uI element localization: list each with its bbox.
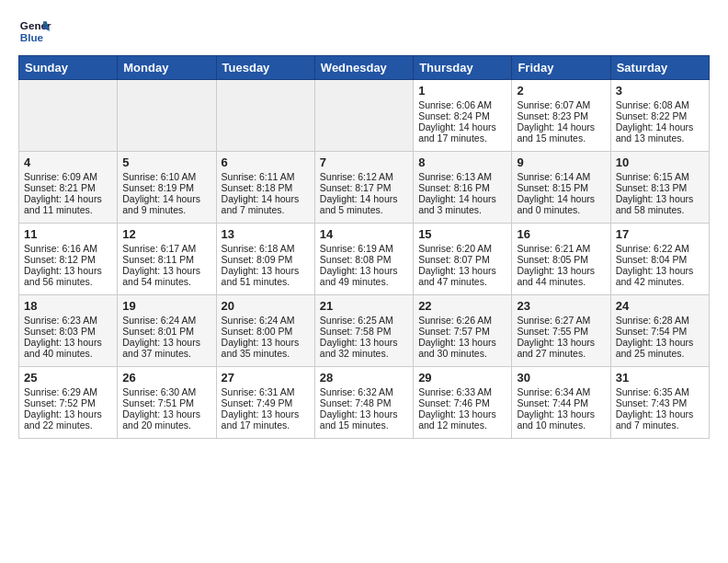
day-info: Daylight: 13 hours	[616, 337, 704, 348]
weekday-header-friday: Friday	[512, 56, 610, 80]
day-number: 29	[418, 371, 506, 385]
day-info: and 27 minutes.	[517, 348, 605, 359]
day-info: Sunset: 7:58 PM	[320, 326, 408, 337]
logo: General Blue	[18, 15, 51, 48]
day-number: 30	[517, 371, 605, 385]
day-info: and 12 minutes.	[418, 419, 506, 431]
day-info: Sunrise: 6:32 AM	[320, 386, 408, 397]
day-info: and 7 minutes.	[616, 419, 704, 431]
calendar-cell: 12Sunrise: 6:17 AMSunset: 8:11 PMDayligh…	[118, 224, 216, 295]
day-info: Sunset: 8:16 PM	[418, 182, 506, 193]
calendar-cell: 13Sunrise: 6:18 AMSunset: 8:09 PMDayligh…	[216, 224, 314, 295]
day-info: Daylight: 13 hours	[418, 265, 506, 276]
day-info: Sunrise: 6:22 AM	[616, 243, 704, 254]
day-info: Sunrise: 6:34 AM	[517, 386, 605, 397]
day-info: Sunrise: 6:11 AM	[222, 171, 310, 182]
day-info: Sunrise: 6:27 AM	[517, 315, 605, 326]
day-number: 21	[320, 299, 408, 313]
day-number: 23	[517, 299, 605, 313]
day-info: Daylight: 13 hours	[122, 337, 210, 348]
day-info: Daylight: 13 hours	[222, 265, 310, 276]
calendar-cell: 6Sunrise: 6:11 AMSunset: 8:18 PMDaylight…	[216, 152, 314, 224]
day-info: Daylight: 13 hours	[517, 265, 605, 276]
day-number: 5	[122, 155, 210, 169]
calendar-cell	[216, 80, 314, 152]
day-info: and 11 minutes.	[24, 204, 112, 215]
day-info: and 15 minutes.	[517, 132, 605, 144]
day-info: Sunset: 8:09 PM	[222, 254, 310, 265]
day-info: Daylight: 14 hours	[122, 193, 210, 204]
day-info: Daylight: 13 hours	[24, 337, 112, 348]
calendar-week-1: 1Sunrise: 6:06 AMSunset: 8:24 PMDaylight…	[19, 80, 710, 152]
day-number: 31	[616, 371, 704, 385]
calendar-cell: 3Sunrise: 6:08 AMSunset: 8:22 PMDaylight…	[610, 80, 709, 152]
day-info: Sunrise: 6:13 AM	[418, 171, 506, 182]
calendar-week-5: 25Sunrise: 6:29 AMSunset: 7:52 PMDayligh…	[19, 367, 710, 439]
day-info: and 58 minutes.	[616, 204, 704, 215]
calendar-cell	[118, 80, 216, 152]
calendar-cell: 14Sunrise: 6:19 AMSunset: 8:08 PMDayligh…	[314, 224, 413, 295]
day-number: 17	[616, 227, 704, 241]
day-number: 8	[418, 155, 506, 169]
day-info: Sunrise: 6:29 AM	[24, 386, 112, 397]
day-info: Sunset: 7:57 PM	[418, 326, 506, 337]
day-number: 24	[616, 299, 704, 313]
day-number: 18	[24, 299, 112, 313]
day-info: Sunset: 7:49 PM	[222, 397, 310, 408]
day-info: Daylight: 14 hours	[418, 121, 506, 132]
day-info: and 17 minutes.	[222, 419, 310, 431]
day-info: Daylight: 14 hours	[616, 121, 704, 132]
day-info: Daylight: 14 hours	[24, 193, 112, 204]
day-info: Daylight: 13 hours	[320, 265, 408, 276]
day-number: 19	[122, 299, 210, 313]
day-number: 13	[222, 227, 310, 241]
weekday-header-thursday: Thursday	[414, 56, 512, 80]
day-info: Sunset: 8:05 PM	[517, 254, 605, 265]
day-info: Daylight: 13 hours	[222, 337, 310, 348]
day-number: 16	[517, 227, 605, 241]
day-info: Sunset: 8:24 PM	[418, 110, 506, 121]
calendar-cell: 8Sunrise: 6:13 AMSunset: 8:16 PMDaylight…	[414, 152, 512, 224]
day-info: Sunrise: 6:19 AM	[320, 243, 408, 254]
day-info: Sunrise: 6:24 AM	[122, 315, 210, 326]
day-info: Daylight: 13 hours	[320, 337, 408, 348]
day-info: and 40 minutes.	[24, 348, 112, 359]
calendar-cell: 2Sunrise: 6:07 AMSunset: 8:23 PMDaylight…	[512, 80, 610, 152]
weekday-header-wednesday: Wednesday	[314, 56, 413, 80]
logo-icon: General Blue	[18, 15, 51, 48]
calendar-cell: 22Sunrise: 6:26 AMSunset: 7:57 PMDayligh…	[414, 295, 512, 367]
day-info: Sunset: 8:15 PM	[517, 182, 605, 193]
day-info: Sunrise: 6:16 AM	[24, 243, 112, 254]
day-number: 20	[222, 299, 310, 313]
calendar-cell: 15Sunrise: 6:20 AMSunset: 8:07 PMDayligh…	[414, 224, 512, 295]
day-info: Sunrise: 6:15 AM	[616, 171, 704, 182]
day-info: Sunset: 7:51 PM	[122, 397, 210, 408]
day-info: and 3 minutes.	[418, 204, 506, 215]
calendar-cell: 1Sunrise: 6:06 AMSunset: 8:24 PMDaylight…	[414, 80, 512, 152]
day-info: Sunset: 8:04 PM	[616, 254, 704, 265]
day-info: Sunset: 8:00 PM	[222, 326, 310, 337]
calendar-cell: 18Sunrise: 6:23 AMSunset: 8:03 PMDayligh…	[19, 295, 118, 367]
day-info: Sunset: 8:12 PM	[24, 254, 112, 265]
day-info: and 30 minutes.	[418, 348, 506, 359]
day-info: Sunrise: 6:35 AM	[616, 386, 704, 397]
day-number: 1	[418, 84, 506, 98]
day-number: 11	[24, 227, 112, 241]
calendar-cell: 19Sunrise: 6:24 AMSunset: 8:01 PMDayligh…	[118, 295, 216, 367]
calendar-cell: 16Sunrise: 6:21 AMSunset: 8:05 PMDayligh…	[512, 224, 610, 295]
day-info: Daylight: 13 hours	[418, 408, 506, 419]
day-info: and 20 minutes.	[122, 419, 210, 431]
day-info: Sunset: 8:11 PM	[122, 254, 210, 265]
weekday-header-sunday: Sunday	[19, 56, 118, 80]
calendar-cell: 25Sunrise: 6:29 AMSunset: 7:52 PMDayligh…	[19, 367, 118, 439]
day-info: Sunrise: 6:18 AM	[222, 243, 310, 254]
day-number: 25	[24, 371, 112, 385]
day-info: Daylight: 13 hours	[320, 408, 408, 419]
day-info: Sunset: 8:21 PM	[24, 182, 112, 193]
day-info: and 13 minutes.	[616, 132, 704, 144]
day-info: and 56 minutes.	[24, 276, 112, 287]
day-info: Sunrise: 6:24 AM	[222, 315, 310, 326]
day-info: Sunrise: 6:07 AM	[517, 99, 605, 110]
day-info: and 54 minutes.	[122, 276, 210, 287]
calendar-week-4: 18Sunrise: 6:23 AMSunset: 8:03 PMDayligh…	[19, 295, 710, 367]
